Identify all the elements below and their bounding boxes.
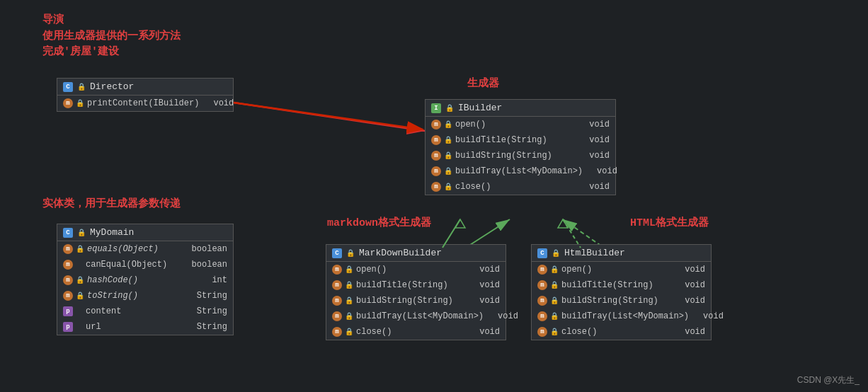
director-annotation: 导演 使用生成器提供的一系列方法 完成'房屋'建设 [42, 13, 181, 61]
html-icon: C [537, 248, 547, 258]
markdown-box: C 🔒 MarkDownBuilder m 🔒 open() void m 🔒 … [326, 244, 506, 340]
ibuilder-box: I 🔒 IBuilder m 🔒 open() void m 🔒 buildTi… [425, 99, 616, 195]
mydomain-row-5: p url String [57, 319, 233, 335]
mydomain-classname: MyDomain [90, 227, 134, 238]
director-header: C 🔒 Director [57, 79, 233, 96]
watermark: CSDN @X先生_ [797, 374, 860, 386]
mydomain-icon: C [63, 228, 73, 238]
mydomain-row-1: m canEqual(Object) boolean [57, 257, 233, 272]
director-class-icon: C [63, 82, 73, 92]
markdown-title: markdown格式生成器 [327, 216, 431, 232]
mydomain-header: C 🔒 MyDomain [57, 224, 233, 241]
html-annotation: HTML格式生成器 [630, 216, 709, 232]
ibuilder-icon: I [431, 103, 441, 113]
ibuilder-row-2: m 🔒 buildString(String) void [426, 148, 615, 163]
builder-title: 生成器 [467, 76, 499, 93]
entity-annotation: 实体类，用于生成器参数传递 [42, 197, 181, 213]
ibuilder-header: I 🔒 IBuilder [426, 100, 615, 117]
svg-line-11 [563, 219, 581, 248]
mydomain-row-4: p content String [57, 304, 233, 319]
ib-badge-2: m [431, 151, 441, 161]
svg-line-3 [234, 103, 425, 131]
ibuilder-row-3: m 🔒 buildTray(List<MyDomain>) void [426, 163, 615, 179]
html-header: C 🔒 HtmlBuilder [532, 245, 711, 262]
return-type: void [202, 98, 234, 108]
mydomain-row-0: m 🔒 equals(Object) boolean [57, 241, 233, 257]
builder-annotation: 生成器 [467, 76, 499, 93]
markdown-classname: MarkDownBuilder [359, 248, 442, 258]
canvas: 导演 使用生成器提供的一系列方法 完成'房屋'建设 C 🔒 Director m… [0, 0, 868, 392]
director-desc2: 完成'房屋'建设 [42, 45, 181, 61]
ib-badge-4: m [431, 182, 441, 192]
markdown-icon: C [332, 248, 342, 258]
ibuilder-row-4: m 🔒 close() void [426, 179, 615, 195]
markdown-header: C 🔒 MarkDownBuilder [326, 245, 506, 262]
markdown-annotation: markdown格式生成器 [327, 216, 431, 232]
ib-badge-3: m [431, 166, 441, 176]
director-classname: Director [90, 81, 134, 92]
html-title: HTML格式生成器 [630, 216, 709, 232]
html-classname: HtmlBuilder [564, 248, 625, 258]
ibuilder-classname: IBuilder [458, 103, 502, 113]
ib-badge-0: m [431, 120, 441, 129]
entity-title: 实体类，用于生成器参数传递 [42, 197, 181, 213]
svg-line-8 [234, 103, 423, 129]
director-title: 导演 [42, 13, 181, 29]
method-lock: 🔒 [76, 99, 84, 108]
mydomain-row-3: m 🔒 toString() String [57, 288, 233, 304]
html-box: C 🔒 HtmlBuilder m 🔒 open() void m 🔒 buil… [531, 244, 712, 340]
ibuilder-row-1: m 🔒 buildTitle(String) void [426, 132, 615, 148]
ibuilder-row-0: m 🔒 open() void [426, 117, 615, 132]
svg-marker-12 [558, 219, 568, 228]
director-box: C 🔒 Director m 🔒 printContent(IBuilder) … [57, 78, 234, 112]
ib-badge-1: m [431, 135, 441, 145]
director-desc1: 使用生成器提供的一系列方法 [42, 29, 181, 45]
ibuilder-lock: 🔒 [445, 104, 454, 113]
method-name: printContent(IBuilder) [87, 98, 199, 108]
method-badge: m [63, 98, 73, 108]
director-method-row: m 🔒 printContent(IBuilder) void [57, 96, 233, 111]
svg-marker-10 [455, 219, 465, 228]
mydomain-row-2: m 🔒 hashCode() int [57, 272, 233, 288]
svg-line-9 [442, 219, 460, 248]
mydomain-box: C 🔒 MyDomain m 🔒 equals(Object) boolean … [57, 224, 234, 335]
director-lock-icon: 🔒 [77, 83, 86, 91]
